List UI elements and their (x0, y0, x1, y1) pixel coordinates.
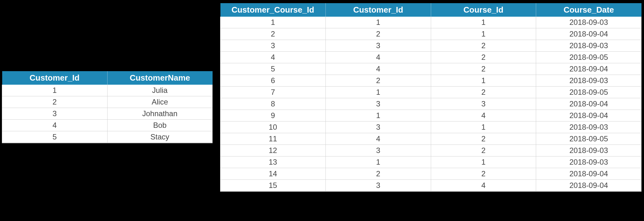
table-cell: 2018-09-03 (536, 17, 641, 28)
table-cell: 2018-09-04 (536, 63, 641, 75)
table-row: 1Julia (2, 85, 213, 96)
table-cell: 2 (431, 87, 536, 98)
table-cell: 2 (220, 28, 326, 40)
table-row: 7122018-09-05 (220, 87, 641, 98)
table-cell: 3 (2, 108, 108, 120)
table-cell: 1 (431, 122, 536, 133)
table-cell: 2 (431, 168, 536, 180)
table-cell: 3 (220, 40, 326, 52)
table-cell: 4 (431, 110, 536, 122)
table-cell: 2 (431, 145, 536, 156)
table-cell: 2018-09-04 (536, 168, 641, 180)
table-cell: 1 (325, 110, 431, 122)
table-cell: 4 (325, 133, 431, 145)
table-row: 11422018-09-05 (220, 133, 641, 145)
table-cell: 8 (220, 98, 326, 110)
table-cell: 2 (325, 28, 431, 40)
table-cell: 2018-09-03 (536, 40, 641, 52)
table-cell: 11 (220, 133, 326, 145)
table-row: 4Bob (2, 120, 213, 131)
table-cell: 2018-09-05 (536, 133, 641, 145)
table-cell: 2 (431, 40, 536, 52)
table-cell: 1 (431, 75, 536, 87)
customer-course-table-body: 1112018-09-032212018-09-043322018-09-034… (220, 17, 641, 191)
table-cell: 3 (325, 145, 431, 156)
table-cell: 4 (2, 120, 108, 131)
table-cell: 1 (325, 156, 431, 168)
table-cell: 2 (431, 52, 536, 63)
table-cell: 12 (220, 145, 326, 156)
table-cell: 2018-09-03 (536, 156, 641, 168)
table-header-row: Customer_Course_Id Customer_Id Course_Id… (220, 3, 641, 17)
table-cell: 9 (220, 110, 326, 122)
table-cell: 2018-09-05 (536, 52, 641, 63)
table-cell: 2018-09-05 (536, 87, 641, 98)
table-cell: 3 (325, 122, 431, 133)
customers-table-container: Customer_Id CustomerName 1Julia2Alice3Jo… (2, 71, 213, 143)
table-cell: 13 (220, 156, 326, 168)
table-cell: 4 (431, 180, 536, 192)
table-row: 5Stacy (2, 131, 213, 143)
table-cell: 2018-09-04 (536, 180, 641, 192)
table-cell: 2018-09-03 (536, 122, 641, 133)
table-row: 10312018-09-03 (220, 122, 641, 133)
table-cell: 3 (431, 98, 536, 110)
table-cell: 15 (220, 180, 326, 192)
table-row: 1112018-09-03 (220, 17, 641, 28)
table-cell: 2 (431, 63, 536, 75)
table-row: 2212018-09-04 (220, 28, 641, 40)
table-cell: 1 (2, 85, 108, 96)
table-cell: 2018-09-03 (536, 145, 641, 156)
customer-course-table: Customer_Course_Id Customer_Id Course_Id… (220, 3, 641, 192)
table-row: 5422018-09-04 (220, 63, 641, 75)
table-row: 9142018-09-04 (220, 110, 641, 122)
table-cell: 2018-09-04 (536, 98, 641, 110)
table-row: 13112018-09-03 (220, 156, 641, 168)
table-cell: 10 (220, 122, 326, 133)
table-cell: Julia (107, 85, 213, 96)
table-row: 14222018-09-04 (220, 168, 641, 180)
table-cell: 1 (431, 156, 536, 168)
table-row: 3Johnathan (2, 108, 213, 120)
table-cell: 4 (325, 63, 431, 75)
course-header-custid: Customer_Id (325, 3, 431, 17)
customers-table: Customer_Id CustomerName 1Julia2Alice3Jo… (2, 71, 213, 143)
customer-course-table-container: Customer_Course_Id Customer_Id Course_Id… (220, 3, 641, 192)
table-cell: 1 (325, 87, 431, 98)
table-header-row: Customer_Id CustomerName (2, 71, 213, 85)
customers-header-id: Customer_Id (2, 71, 108, 85)
table-cell: 2018-09-04 (536, 110, 641, 122)
table-cell: 3 (325, 98, 431, 110)
customers-table-body: 1Julia2Alice3Johnathan4Bob5Stacy (2, 85, 213, 143)
table-cell: 2018-09-03 (536, 75, 641, 87)
table-row: 8332018-09-04 (220, 98, 641, 110)
table-cell: 1 (431, 28, 536, 40)
table-cell: 5 (2, 131, 108, 143)
table-cell: Johnathan (107, 108, 213, 120)
table-row: 15342018-09-04 (220, 180, 641, 192)
table-row: 3322018-09-03 (220, 40, 641, 52)
table-cell: 4 (220, 52, 326, 63)
course-header-courseid: Course_Id (431, 3, 536, 17)
course-header-date: Course_Date (536, 3, 641, 17)
table-cell: 3 (325, 180, 431, 192)
table-cell: 2018-09-04 (536, 28, 641, 40)
table-cell: 2 (431, 133, 536, 145)
table-cell: Bob (107, 120, 213, 131)
table-row: 12322018-09-03 (220, 145, 641, 156)
table-cell: 6 (220, 75, 326, 87)
table-cell: 3 (325, 40, 431, 52)
table-cell: 14 (220, 168, 326, 180)
customers-header-name: CustomerName (107, 71, 213, 85)
course-header-ccid: Customer_Course_Id (220, 3, 326, 17)
table-row: 4422018-09-05 (220, 52, 641, 63)
table-cell: 1 (431, 17, 536, 28)
table-cell: 2 (325, 168, 431, 180)
customers-table-head: Customer_Id CustomerName (2, 71, 213, 85)
table-cell: 1 (325, 17, 431, 28)
table-cell: 2 (2, 96, 108, 108)
page: Customer_Id CustomerName 1Julia2Alice3Jo… (0, 0, 644, 221)
table-row: 2Alice (2, 96, 213, 108)
table-row: 6212018-09-03 (220, 75, 641, 87)
table-cell: 4 (325, 52, 431, 63)
